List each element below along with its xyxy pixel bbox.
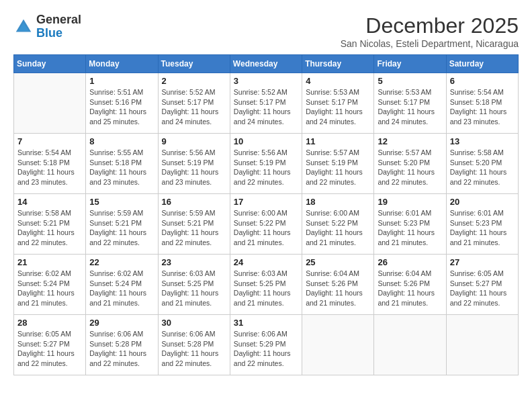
calendar-week-3: 14Sunrise: 5:58 AM Sunset: 5:21 PM Dayli… [14,194,519,255]
day-number: 12 [378,136,442,146]
day-number: 25 [306,257,370,267]
day-info: Sunrise: 5:55 AM Sunset: 5:18 PM Dayligh… [89,148,154,187]
calendar-week-1: 1Sunrise: 5:51 AM Sunset: 5:16 PM Daylig… [14,73,519,134]
day-info: Sunrise: 6:00 AM Sunset: 5:22 PM Dayligh… [234,208,298,248]
calendar-cell: 4Sunrise: 5:53 AM Sunset: 5:17 PM Daylig… [302,73,374,134]
calendar-cell: 9Sunrise: 5:56 AM Sunset: 5:19 PM Daylig… [158,134,230,194]
day-number: 14 [17,197,82,207]
day-info: Sunrise: 5:58 AM Sunset: 5:20 PM Dayligh… [450,148,515,187]
day-number: 1 [89,76,154,86]
calendar-cell: 29Sunrise: 6:06 AM Sunset: 5:28 PM Dayli… [86,315,158,375]
day-info: Sunrise: 6:02 AM Sunset: 5:24 PM Dayligh… [17,269,82,308]
day-info: Sunrise: 6:06 AM Sunset: 5:29 PM Dayligh… [234,329,298,369]
day-number: 22 [89,257,154,267]
day-number: 5 [378,76,442,86]
calendar-cell [374,315,446,375]
calendar-cell: 28Sunrise: 6:05 AM Sunset: 5:27 PM Dayli… [14,315,86,375]
calendar-cell [446,315,518,375]
day-number: 19 [378,197,442,207]
day-info: Sunrise: 6:00 AM Sunset: 5:22 PM Dayligh… [306,208,370,248]
day-number: 8 [89,136,154,146]
day-info: Sunrise: 6:03 AM Sunset: 5:25 PM Dayligh… [234,269,298,308]
calendar-cell: 3Sunrise: 5:52 AM Sunset: 5:17 PM Daylig… [230,73,302,134]
day-number: 16 [162,197,226,207]
day-number: 29 [89,318,154,328]
calendar-cell: 31Sunrise: 6:06 AM Sunset: 5:29 PM Dayli… [230,315,302,375]
month-title: December 2025 [341,13,519,38]
day-info: Sunrise: 6:03 AM Sunset: 5:25 PM Dayligh… [162,269,226,308]
calendar-week-4: 21Sunrise: 6:02 AM Sunset: 5:24 PM Dayli… [14,255,519,315]
day-number: 27 [450,257,515,267]
calendar-cell: 1Sunrise: 5:51 AM Sunset: 5:16 PM Daylig… [86,73,158,134]
column-header-sunday: Sunday [14,55,86,73]
day-info: Sunrise: 6:04 AM Sunset: 5:26 PM Dayligh… [378,269,442,308]
day-info: Sunrise: 5:54 AM Sunset: 5:18 PM Dayligh… [17,148,82,187]
column-header-monday: Monday [86,55,158,73]
day-info: Sunrise: 6:06 AM Sunset: 5:28 PM Dayligh… [162,329,226,369]
calendar-cell: 12Sunrise: 5:57 AM Sunset: 5:20 PM Dayli… [374,134,446,194]
day-number: 13 [450,136,515,146]
calendar-cell: 5Sunrise: 5:53 AM Sunset: 5:17 PM Daylig… [374,73,446,134]
calendar-cell [302,315,374,375]
day-info: Sunrise: 6:02 AM Sunset: 5:24 PM Dayligh… [89,269,154,308]
day-number: 24 [234,257,298,267]
calendar-cell: 30Sunrise: 6:06 AM Sunset: 5:28 PM Dayli… [158,315,230,375]
calendar-cell: 19Sunrise: 6:01 AM Sunset: 5:23 PM Dayli… [374,194,446,255]
day-info: Sunrise: 5:56 AM Sunset: 5:19 PM Dayligh… [162,148,226,187]
logo: General Blue [13,13,81,40]
calendar-cell: 13Sunrise: 5:58 AM Sunset: 5:20 PM Dayli… [446,134,518,194]
day-number: 6 [450,76,515,86]
calendar-cell: 26Sunrise: 6:04 AM Sunset: 5:26 PM Dayli… [374,255,446,315]
day-info: Sunrise: 5:57 AM Sunset: 5:20 PM Dayligh… [378,148,442,187]
calendar-cell: 23Sunrise: 6:03 AM Sunset: 5:25 PM Dayli… [158,255,230,315]
day-info: Sunrise: 5:58 AM Sunset: 5:21 PM Dayligh… [17,208,82,248]
day-number: 10 [234,136,298,146]
page-header: General Blue December 2025 San Nicolas, … [13,13,519,49]
day-number: 30 [162,318,226,328]
calendar-cell: 8Sunrise: 5:55 AM Sunset: 5:18 PM Daylig… [86,134,158,194]
calendar-cell: 24Sunrise: 6:03 AM Sunset: 5:25 PM Dayli… [230,255,302,315]
day-number: 3 [234,76,298,86]
column-header-tuesday: Tuesday [158,55,230,73]
calendar-cell: 11Sunrise: 5:57 AM Sunset: 5:19 PM Dayli… [302,134,374,194]
column-header-wednesday: Wednesday [230,55,302,73]
day-number: 18 [306,197,370,207]
day-info: Sunrise: 5:53 AM Sunset: 5:17 PM Dayligh… [306,87,370,127]
calendar-cell: 6Sunrise: 5:54 AM Sunset: 5:18 PM Daylig… [446,73,518,134]
calendar-week-5: 28Sunrise: 6:05 AM Sunset: 5:27 PM Dayli… [14,315,519,375]
calendar-cell: 25Sunrise: 6:04 AM Sunset: 5:26 PM Dayli… [302,255,374,315]
day-info: Sunrise: 5:52 AM Sunset: 5:17 PM Dayligh… [162,87,226,127]
calendar-cell: 22Sunrise: 6:02 AM Sunset: 5:24 PM Dayli… [86,255,158,315]
title-section: December 2025 San Nicolas, Esteli Depart… [341,13,519,49]
day-number: 26 [378,257,442,267]
day-info: Sunrise: 6:06 AM Sunset: 5:28 PM Dayligh… [89,329,154,369]
column-header-friday: Friday [374,55,446,73]
day-info: Sunrise: 5:53 AM Sunset: 5:17 PM Dayligh… [378,87,442,127]
calendar-cell: 18Sunrise: 6:00 AM Sunset: 5:22 PM Dayli… [302,194,374,255]
calendar-cell: 10Sunrise: 5:56 AM Sunset: 5:19 PM Dayli… [230,134,302,194]
calendar-week-2: 7Sunrise: 5:54 AM Sunset: 5:18 PM Daylig… [14,134,519,194]
day-number: 9 [162,136,226,146]
day-number: 11 [306,136,370,146]
logo-blue: Blue [36,26,62,40]
day-number: 15 [89,197,154,207]
logo-general: General [36,13,81,26]
calendar-cell: 20Sunrise: 6:01 AM Sunset: 5:23 PM Dayli… [446,194,518,255]
day-number: 31 [234,318,298,328]
calendar-table: SundayMondayTuesdayWednesdayThursdayFrid… [13,54,519,375]
day-number: 2 [162,76,226,86]
day-info: Sunrise: 5:57 AM Sunset: 5:19 PM Dayligh… [306,148,370,187]
logo-text: General Blue [36,13,81,40]
calendar-cell: 27Sunrise: 6:05 AM Sunset: 5:27 PM Dayli… [446,255,518,315]
day-number: 4 [306,76,370,86]
day-info: Sunrise: 6:01 AM Sunset: 5:23 PM Dayligh… [378,208,442,248]
calendar-header-row: SundayMondayTuesdayWednesdayThursdayFrid… [14,55,519,73]
calendar-cell: 17Sunrise: 6:00 AM Sunset: 5:22 PM Dayli… [230,194,302,255]
day-number: 17 [234,197,298,207]
calendar-cell: 2Sunrise: 5:52 AM Sunset: 5:17 PM Daylig… [158,73,230,134]
day-info: Sunrise: 5:56 AM Sunset: 5:19 PM Dayligh… [234,148,298,187]
day-number: 28 [17,318,82,328]
day-number: 23 [162,257,226,267]
day-info: Sunrise: 6:05 AM Sunset: 5:27 PM Dayligh… [450,269,515,308]
calendar-cell [14,73,86,134]
